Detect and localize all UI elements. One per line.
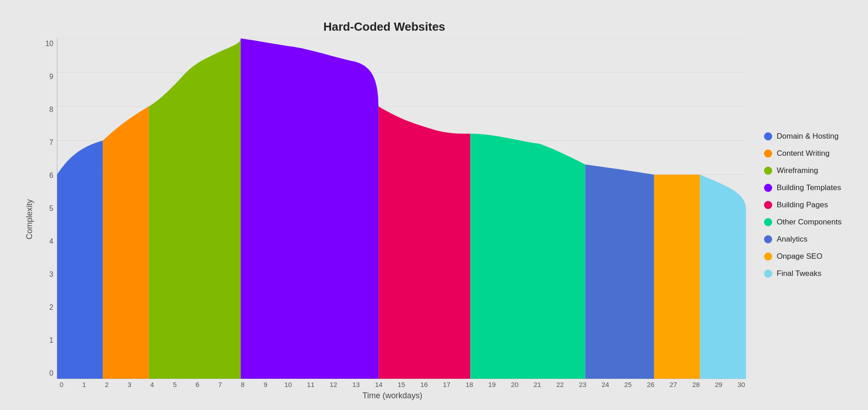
x-tick: 6 — [193, 381, 202, 388]
legend-label: Wireframing — [777, 166, 818, 175]
legend-dot — [764, 167, 772, 175]
y-tick: 9 — [39, 72, 57, 81]
legend: Domain & HostingContent WritingWireframi… — [746, 132, 845, 278]
plot-with-yaxis: 012345678910 — [39, 38, 746, 379]
y-tick: 6 — [39, 171, 57, 180]
legend-label: Onpage SEO — [777, 252, 822, 261]
x-tick: 2 — [102, 381, 111, 388]
legend-label: Final Tweaks — [777, 269, 821, 278]
legend-label: Content Writing — [777, 149, 830, 158]
segment-analytics — [585, 164, 654, 379]
y-tick: 10 — [39, 39, 57, 48]
x-tick: 23 — [578, 381, 587, 388]
legend-dot — [764, 201, 772, 209]
x-tick: 0 — [57, 381, 66, 388]
x-tick: 12 — [329, 381, 338, 388]
segment-building-templates — [241, 38, 378, 379]
y-tick: 5 — [39, 204, 57, 213]
x-tick: 9 — [261, 381, 270, 388]
legend-label: Domain & Hosting — [777, 132, 839, 141]
legend-item: Other Components — [764, 218, 845, 227]
chart-wrapper: Hard-Coded Websites Complexity 012345678… — [23, 20, 845, 390]
legend-item: Onpage SEO — [764, 252, 845, 261]
segment-content-writing — [103, 107, 149, 379]
x-tick: 5 — [170, 381, 179, 388]
legend-dot — [764, 218, 772, 226]
legend-label: Building Templates — [777, 183, 841, 192]
x-tick: 29 — [714, 381, 723, 388]
x-tick: 1 — [80, 381, 89, 388]
y-tick: 7 — [39, 138, 57, 147]
segment-final-tweaks — [700, 175, 746, 379]
x-tick: 17 — [442, 381, 451, 388]
x-tick: 18 — [465, 381, 474, 388]
segment-other-components — [470, 134, 585, 379]
y-tick: 1 — [39, 336, 57, 345]
legend-item: Content Writing — [764, 149, 845, 158]
y-tick: 8 — [39, 105, 57, 114]
main-svg — [57, 38, 746, 379]
x-tick: 20 — [510, 381, 519, 388]
x-ticks: 0123456789101112131415161718192021222324… — [57, 379, 746, 388]
segment-onpage-seo — [654, 175, 700, 379]
legend-item: Analytics — [764, 235, 845, 244]
y-tick: 0 — [39, 369, 57, 378]
legend-dot — [764, 149, 772, 158]
x-tick: 25 — [623, 381, 632, 388]
legend-item: Final Tweaks — [764, 269, 845, 278]
chart-title: Hard-Coded Websites — [323, 20, 445, 34]
legend-item: Wireframing — [764, 166, 845, 175]
y-tick: 2 — [39, 303, 57, 312]
y-axis-label: Complexity — [23, 38, 36, 401]
chart-area: Hard-Coded Websites Complexity 012345678… — [23, 20, 746, 390]
x-tick: 15 — [397, 381, 406, 388]
x-tick: 13 — [352, 381, 361, 388]
x-tick: 3 — [125, 381, 134, 388]
x-tick: 11 — [306, 381, 315, 388]
x-tick: 7 — [216, 381, 225, 388]
chart-inner: Complexity 012345678910 — [23, 38, 746, 401]
x-axis-label: Time (workdays) — [39, 391, 746, 401]
x-tick: 8 — [238, 381, 247, 388]
legend-item: Building Templates — [764, 183, 845, 192]
x-tick: 21 — [533, 381, 542, 388]
x-axis-row: 0123456789101112131415161718192021222324… — [39, 379, 746, 388]
x-tick: 28 — [692, 381, 701, 388]
legend-label: Analytics — [777, 235, 807, 244]
x-tick: 24 — [601, 381, 610, 388]
y-ticks: 012345678910 — [39, 38, 57, 379]
x-tick: 19 — [487, 381, 496, 388]
legend-label: Building Pages — [777, 200, 828, 210]
svg-area — [57, 38, 746, 379]
segment-building-pages — [378, 107, 470, 379]
x-tick: 16 — [420, 381, 429, 388]
legend-dot — [764, 184, 772, 192]
legend-item: Domain & Hosting — [764, 132, 845, 141]
x-tick: 30 — [737, 381, 746, 388]
segment-wireframing — [149, 38, 241, 379]
legend-dot — [764, 252, 772, 261]
x-tick: 4 — [148, 381, 157, 388]
legend-item: Building Pages — [764, 200, 845, 210]
x-tick: 14 — [374, 381, 383, 388]
legend-dot — [764, 270, 772, 278]
x-tick: 10 — [283, 381, 292, 388]
segment-domain-hosting — [57, 140, 103, 379]
y-tick: 3 — [39, 270, 57, 279]
legend-dot — [764, 132, 772, 140]
legend-dot — [764, 235, 772, 243]
legend-label: Other Components — [777, 218, 842, 227]
x-tick: 27 — [669, 381, 678, 388]
chart-container: Hard-Coded Websites Complexity 012345678… — [0, 0, 868, 410]
x-tick: 22 — [556, 381, 565, 388]
y-tick: 4 — [39, 237, 57, 246]
x-tick: 26 — [646, 381, 655, 388]
chart-plot-area: 012345678910 — [39, 38, 746, 401]
